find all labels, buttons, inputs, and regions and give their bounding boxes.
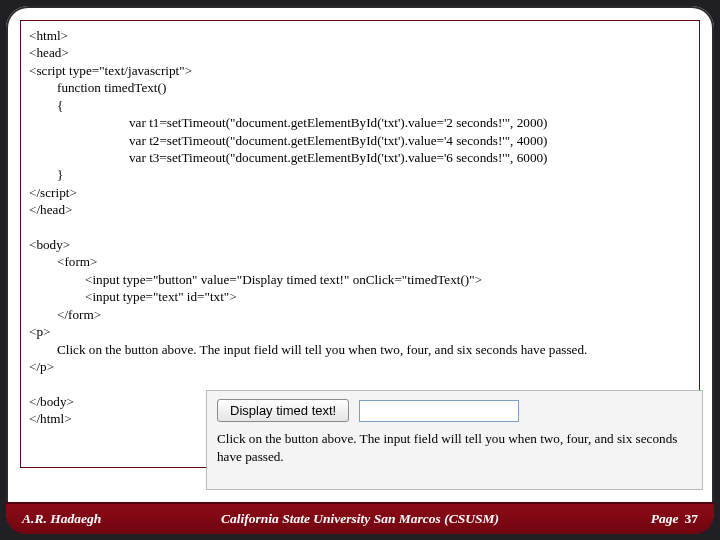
code-line: <p> xyxy=(29,323,691,340)
footer-institution: California State University San Marcos (… xyxy=(221,511,499,527)
code-line: <input type="text" id="txt"> xyxy=(29,288,691,305)
code-line: <input type="button" value="Display time… xyxy=(29,271,691,288)
txt-output-input[interactable] xyxy=(359,400,519,422)
preview-caption: Click on the button above. The input fie… xyxy=(217,430,692,466)
browser-preview-panel: Display timed text! Click on the button … xyxy=(206,390,703,490)
code-line: <body> xyxy=(29,236,691,253)
page-number: 37 xyxy=(685,511,699,527)
page-label: Page xyxy=(651,511,679,527)
slide-frame: <html> <head> <script type="text/javascr… xyxy=(6,6,714,534)
code-line: </script> xyxy=(29,184,691,201)
code-line: var t1=setTimeout("document.getElementBy… xyxy=(29,114,691,131)
code-line: Click on the button above. The input fie… xyxy=(29,341,691,358)
code-line: </p> xyxy=(29,358,691,375)
code-line xyxy=(29,219,691,236)
code-line: </head> xyxy=(29,201,691,218)
code-line: } xyxy=(29,166,691,183)
code-line: </form> xyxy=(29,306,691,323)
footer-author: A.R. Hadaegh xyxy=(22,511,101,527)
code-line: <head> xyxy=(29,44,691,61)
slide-footer: A.R. Hadaegh California State University… xyxy=(6,502,714,534)
preview-form-row: Display timed text! xyxy=(217,399,692,422)
display-timed-text-button[interactable]: Display timed text! xyxy=(217,399,349,422)
code-line: <form> xyxy=(29,253,691,270)
footer-page: Page 37 xyxy=(651,511,698,527)
code-line: function timedText() xyxy=(29,79,691,96)
code-line: <script type="text/javascript"> xyxy=(29,62,691,79)
code-line: <html> xyxy=(29,27,691,44)
code-line: var t2=setTimeout("document.getElementBy… xyxy=(29,132,691,149)
code-line: { xyxy=(29,97,691,114)
code-line: var t3=setTimeout("document.getElementBy… xyxy=(29,149,691,166)
